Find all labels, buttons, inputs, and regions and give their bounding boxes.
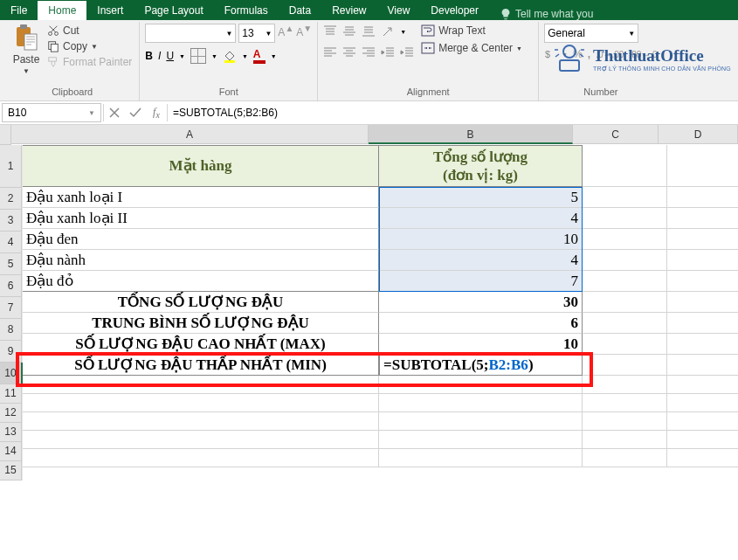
cell-grid[interactable]: Mặt hàngTổng số lượng(đơn vị: kg)Đậu xan… [23,145,738,467]
cancel-formula-button[interactable] [104,102,125,123]
tab-page-layout[interactable]: Page Layout [134,1,213,20]
cell-C6[interactable] [583,271,667,292]
cell-C9[interactable] [583,334,667,355]
row-header-8[interactable]: 8 [0,319,22,341]
align-left-button[interactable] [323,46,337,59]
cell-C15[interactable] [583,449,667,467]
cell-D5[interactable] [667,250,738,271]
cell-B13[interactable] [379,412,583,431]
row-header-3[interactable]: 3 [0,210,22,232]
row-header-4[interactable]: 4 [0,232,22,253]
row-header-6[interactable]: 6 [0,275,22,297]
cell-D6[interactable] [667,271,738,292]
item-qty[interactable]: 4 [379,250,583,271]
item-qty[interactable]: 5 [379,187,583,208]
row-header-14[interactable]: 14 [0,442,22,461]
cell-C13[interactable] [583,412,667,431]
cell-C1[interactable] [583,145,667,187]
select-all-corner[interactable] [0,125,11,145]
row-header-7[interactable]: 7 [0,297,22,319]
cell-D10[interactable] [667,355,738,376]
col-header-D[interactable]: D [659,125,738,144]
tab-file[interactable]: File [0,1,38,20]
row-header-2[interactable]: 2 [0,188,22,210]
cell-A13[interactable] [23,412,379,431]
item-name[interactable]: Đậu đen [23,229,379,250]
dec-indent-button[interactable] [381,46,395,59]
cell-D7[interactable] [667,292,738,313]
row10-label[interactable]: SỐ LƯỢNG ĐẬU THẤP NHẤT (MIN) [23,355,379,376]
row-header-11[interactable]: 11 [0,384,22,404]
wrap-text-button[interactable]: Wrap Text [419,24,524,38]
cell-B11[interactable] [379,376,583,394]
borders-button[interactable] [190,48,206,64]
summary-label[interactable]: SỐ LƯỢNG ĐẬU CAO NHẤT (MAX) [23,334,379,355]
cell-B12[interactable] [379,394,583,412]
row-header-12[interactable]: 12 [0,404,22,423]
header-product[interactable]: Mặt hàng [23,145,379,187]
row-header-9[interactable]: 9 [0,341,22,363]
summary-value[interactable]: 10 [379,334,583,355]
name-box[interactable]: B10▼ [2,103,101,122]
tell-me[interactable]: Tell me what you [489,8,593,20]
tab-home[interactable]: Home [38,1,86,20]
bold-button[interactable]: B [145,50,153,62]
row-header-10[interactable]: 10 [0,363,23,384]
orientation-button[interactable] [381,25,395,38]
cell-C3[interactable] [583,208,667,229]
row-header-1[interactable]: 1 [0,145,22,188]
cell-A12[interactable] [23,394,379,412]
italic-button[interactable]: I [158,50,161,62]
align-right-button[interactable] [362,46,376,59]
grow-font-button[interactable]: A▲ [278,24,293,43]
fill-color-button[interactable] [223,49,237,63]
cell-D12[interactable] [667,394,738,412]
cell-D14[interactable] [667,431,738,449]
number-format-select[interactable]: General▼ [544,24,638,43]
item-qty[interactable]: 7 [379,271,583,292]
cell-C10[interactable] [583,355,667,376]
font-size-select[interactable]: 13▼ [238,24,275,43]
summary-label[interactable]: TRUNG BÌNH SỐ LƯỢNG ĐẬU [23,313,379,334]
fx-button[interactable]: fx [146,102,167,123]
cell-C2[interactable] [583,187,667,208]
align-middle-button[interactable] [342,25,356,38]
col-header-C[interactable]: C [573,125,659,144]
cell-A11[interactable] [23,376,379,394]
item-qty[interactable]: 4 [379,208,583,229]
cell-D1[interactable] [667,145,738,187]
merge-center-button[interactable]: Merge & Center▼ [419,41,524,55]
cell-D4[interactable] [667,229,738,250]
tab-developer[interactable]: Developer [420,1,489,20]
tab-formulas[interactable]: Formulas [214,1,279,20]
paste-button[interactable]: Paste ▼ [10,24,42,75]
font-name-select[interactable]: ▼ [145,24,236,43]
cell-A14[interactable] [23,431,379,449]
align-center-button[interactable] [342,46,356,59]
cell-D9[interactable] [667,334,738,355]
summary-value[interactable]: 30 [379,292,583,313]
cell-D11[interactable] [667,376,738,394]
cut-button[interactable]: Cut [45,24,134,38]
row-header-13[interactable]: 13 [0,423,22,442]
cell-C5[interactable] [583,250,667,271]
item-name[interactable]: Đậu xanh loại I [23,187,379,208]
align-bottom-button[interactable] [362,25,376,38]
header-qty[interactable]: Tổng số lượng(đơn vị: kg) [379,145,583,187]
tab-data[interactable]: Data [279,1,321,20]
format-painter-button[interactable]: Format Painter [45,55,134,69]
cell-B14[interactable] [379,431,583,449]
summary-label[interactable]: TỔNG SỐ LƯỢNG ĐẬU [23,292,379,313]
row-header-5[interactable]: 5 [0,253,22,275]
cell-C12[interactable] [583,394,667,412]
col-header-A[interactable]: A [11,125,369,144]
inc-indent-button[interactable] [400,46,414,59]
cell-C11[interactable] [583,376,667,394]
summary-value[interactable]: 6 [379,313,583,334]
cell-D3[interactable] [667,208,738,229]
row10-formula[interactable]: =SUBTOTAL(5;B2:B6) [379,355,583,376]
cell-D15[interactable] [667,449,738,467]
align-top-button[interactable] [323,25,337,38]
cell-B15[interactable] [379,449,583,467]
tab-review[interactable]: Review [321,1,376,20]
